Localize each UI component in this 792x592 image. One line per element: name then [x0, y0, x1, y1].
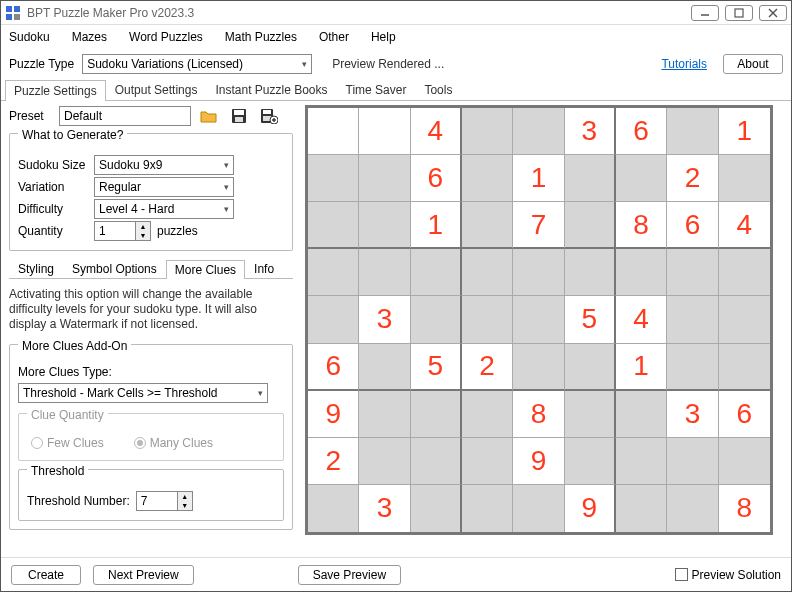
- subtab-styling[interactable]: Styling: [9, 259, 63, 278]
- sudoku-cell: [667, 438, 718, 485]
- create-button[interactable]: Create: [11, 565, 81, 585]
- sudoku-cell: [411, 249, 462, 296]
- puzzle-type-value: Sudoku Variations (Licensed): [87, 57, 243, 71]
- sudoku-cell: 1: [616, 344, 667, 391]
- spin-down-icon[interactable]: ▼: [136, 231, 150, 240]
- app-icon: [5, 5, 21, 21]
- sudoku-cell: [616, 391, 667, 438]
- threshold-stepper[interactable]: ▲▼: [136, 491, 193, 511]
- next-preview-button[interactable]: Next Preview: [93, 565, 194, 585]
- quantity-input[interactable]: [95, 222, 135, 240]
- sudoku-cell: [513, 249, 564, 296]
- sudoku-cell: 8: [616, 202, 667, 249]
- threshold-input[interactable]: [137, 492, 177, 510]
- threshold-group: Threshold Threshold Number: ▲▼: [18, 469, 284, 521]
- sudoku-cell: [308, 296, 359, 343]
- sudoku-cell: [667, 249, 718, 296]
- sudoku-cell: 9: [308, 391, 359, 438]
- tab-time-saver[interactable]: Time Saver: [337, 79, 416, 100]
- subtab-symbol-options[interactable]: Symbol Options: [63, 259, 166, 278]
- sudoku-cell: [411, 391, 462, 438]
- maximize-button[interactable]: [725, 5, 753, 21]
- sudoku-cell: [359, 155, 410, 202]
- sudoku-cell: [411, 485, 462, 532]
- sudoku-cell: [308, 155, 359, 202]
- svg-rect-3: [14, 14, 20, 20]
- sudoku-cell: [719, 344, 770, 391]
- sudoku-cell: [462, 108, 513, 155]
- top-controls: Puzzle Type Sudoku Variations (Licensed)…: [1, 49, 791, 79]
- sudoku-cell: 6: [616, 108, 667, 155]
- sudoku-cell: [359, 202, 410, 249]
- menu-mazes[interactable]: Mazes: [72, 30, 107, 44]
- close-button[interactable]: [759, 5, 787, 21]
- sudoku-cell: [667, 108, 718, 155]
- spin-down-icon[interactable]: ▼: [178, 501, 192, 510]
- puzzle-type-combo[interactable]: Sudoku Variations (Licensed) ▾: [82, 54, 312, 74]
- tab-instant-puzzle-books[interactable]: Instant Puzzle Books: [206, 79, 336, 100]
- sudoku-grid: 4361612178643546521983629398: [305, 105, 773, 535]
- sudoku-cell: [616, 485, 667, 532]
- menu-help[interactable]: Help: [371, 30, 396, 44]
- sudoku-cell: [667, 344, 718, 391]
- svg-rect-12: [263, 110, 271, 114]
- clue-quantity-legend: Clue Quantity: [27, 408, 108, 422]
- quantity-unit: puzzles: [157, 224, 198, 238]
- sudoku-cell: 8: [513, 391, 564, 438]
- minimize-button[interactable]: [691, 5, 719, 21]
- spin-up-icon[interactable]: ▲: [178, 492, 192, 501]
- save-add-button[interactable]: [257, 105, 281, 127]
- svg-rect-10: [235, 117, 243, 122]
- menu-other[interactable]: Other: [319, 30, 349, 44]
- sudoku-cell: [565, 202, 616, 249]
- tab-tools[interactable]: Tools: [415, 79, 461, 100]
- tab-output-settings[interactable]: Output Settings: [106, 79, 207, 100]
- puzzle-type-label: Puzzle Type: [9, 57, 74, 71]
- difficulty-combo[interactable]: Level 4 - Hard▾: [94, 199, 234, 219]
- sudoku-cell: 2: [462, 344, 513, 391]
- sudoku-cell: [719, 296, 770, 343]
- sudoku-cell: [719, 249, 770, 296]
- subtab-more-clues[interactable]: More Clues: [166, 260, 245, 279]
- sudoku-cell: [565, 155, 616, 202]
- sudoku-cell: 9: [513, 438, 564, 485]
- sudoku-cell: [411, 438, 462, 485]
- preset-input[interactable]: [59, 106, 191, 126]
- menu-word-puzzles[interactable]: Word Puzzles: [129, 30, 203, 44]
- tutorials-link[interactable]: Tutorials: [661, 57, 707, 71]
- sudoku-cell: 6: [308, 344, 359, 391]
- more-clues-help-text: Activating this option will change the a…: [9, 287, 293, 332]
- sudoku-size-label: Sudoku Size: [18, 158, 88, 172]
- sudoku-cell: [719, 438, 770, 485]
- sudoku-cell: [667, 296, 718, 343]
- sudoku-cell: 6: [411, 155, 462, 202]
- main-tabs: Puzzle Settings Output Settings Instant …: [1, 79, 791, 101]
- preview-solution-checkbox[interactable]: Preview Solution: [675, 568, 781, 582]
- sudoku-cell: [462, 155, 513, 202]
- spin-up-icon[interactable]: ▲: [136, 222, 150, 231]
- about-button[interactable]: About: [723, 54, 783, 74]
- tab-puzzle-settings[interactable]: Puzzle Settings: [5, 80, 106, 101]
- sudoku-cell: [616, 249, 667, 296]
- sudoku-cell: 1: [411, 202, 462, 249]
- sudoku-cell: 3: [359, 296, 410, 343]
- sudoku-cell: 5: [565, 296, 616, 343]
- subtab-info[interactable]: Info: [245, 259, 283, 278]
- open-folder-button[interactable]: [197, 105, 221, 127]
- menu-sudoku[interactable]: Sudoku: [9, 30, 50, 44]
- sudoku-cell: [359, 108, 410, 155]
- more-clues-type-combo[interactable]: Threshold - Mark Cells >= Threshold▾: [18, 383, 268, 403]
- save-button[interactable]: [227, 105, 251, 127]
- sudoku-cell: [359, 249, 410, 296]
- sudoku-cell: [513, 344, 564, 391]
- sudoku-cell: [616, 438, 667, 485]
- sudoku-cell: [462, 391, 513, 438]
- quantity-stepper[interactable]: ▲▼: [94, 221, 151, 241]
- variation-combo[interactable]: Regular▾: [94, 177, 234, 197]
- sudoku-cell: [308, 485, 359, 532]
- menu-math-puzzles[interactable]: Math Puzzles: [225, 30, 297, 44]
- save-preview-button[interactable]: Save Preview: [298, 565, 401, 585]
- sudoku-cell: [462, 249, 513, 296]
- sudoku-size-combo[interactable]: Sudoku 9x9▾: [94, 155, 234, 175]
- sudoku-cell: [359, 344, 410, 391]
